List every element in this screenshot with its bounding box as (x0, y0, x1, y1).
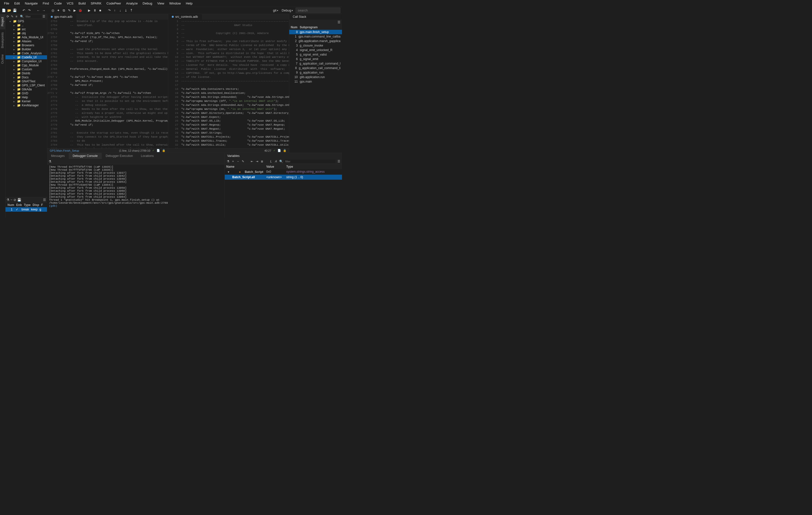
code-text[interactable] (59, 28, 168, 31)
code-line[interactable]: 2771 v "c-kw">if Program_Args /= "c-kw">… (47, 91, 168, 96)
bottom-tab-debugger-console[interactable]: Debugger Console (69, 153, 102, 159)
step-over-icon[interactable]: ↷ (107, 8, 112, 13)
code-line[interactable]: 15-- of the license. (168, 75, 289, 79)
code-text[interactable]: "c-kw">with GNATCOLL.Traces; "c-kw">use … (180, 139, 289, 143)
code-line[interactable]: 2784 -- This has to be launched after th… (47, 143, 168, 147)
code-text[interactable]: -- to do (59, 139, 168, 143)
code-editor[interactable]: 2753 -- Disable tip of the day pop up wi… (47, 20, 168, 148)
code-text[interactable]: -- TABILITY or FITNESS FOR A PARTICULAR … (180, 59, 289, 63)
code-text[interactable]: -- specified. (59, 24, 168, 28)
gutter[interactable]: 22 (168, 103, 180, 107)
gutter[interactable]: 2755 (47, 28, 59, 31)
flask-icon[interactable]: ⚗ (6, 198, 9, 202)
code-text[interactable]: ----------------------------------------… (180, 20, 289, 24)
new-file-icon[interactable]: 📄 (1, 8, 6, 13)
code-text[interactable]: -- so that it is possible to set up the … (59, 99, 168, 103)
code-text[interactable]: -- GNAT Studio (180, 24, 289, 28)
code-text[interactable]: "c-kw">with GNAT.Strings; (180, 131, 289, 135)
code-line[interactable]: 7-- terms of the GNU General Public Lice… (168, 44, 289, 48)
gutter[interactable]: 5 (168, 35, 180, 39)
code-line[interactable]: 13-- General Public License distributed … (168, 67, 289, 71)
tree-item[interactable]: ▸📁GPS_LSP_Client (5, 83, 47, 87)
gutter[interactable]: 2766 (47, 71, 59, 75)
code-line[interactable]: 28"c-kw">with GNAT.Regpat; "c-kw">use GN… (168, 127, 289, 131)
tree-item[interactable]: ▸📁Cpp_Module (5, 63, 47, 67)
gutter[interactable]: 3 (168, 28, 180, 31)
step-up-icon[interactable]: ↑ (113, 8, 117, 13)
callstack-row[interactable]: 6g_signal_emit (289, 57, 342, 61)
code-line[interactable]: 2777 -- with height=0 or width=0 (47, 115, 168, 119)
code-line[interactable]: 10-- but WITHOUT ANY WARRANTY; without e… (168, 55, 289, 59)
gutter[interactable]: 21 (168, 99, 180, 103)
code-line[interactable]: 2755 (47, 28, 168, 31)
gutter[interactable]: 2772 (47, 96, 59, 99)
tree-icon[interactable]: ≡ (16, 15, 19, 18)
var-remove-icon[interactable]: − (236, 160, 240, 163)
bookmark-icon[interactable]: ✎ (11, 15, 14, 18)
global-search-input[interactable] (295, 7, 341, 13)
code-line[interactable]: 2754 -- specified. (47, 24, 168, 28)
gutter[interactable]: 2781 (47, 131, 59, 135)
gutter[interactable]: 2780 (47, 127, 59, 131)
gdb-prompt[interactable]: (gdb) (49, 205, 223, 208)
flask-icon[interactable]: ⚗ (226, 160, 230, 163)
gutter[interactable]: 13 (168, 67, 180, 71)
code-line[interactable]: 2780 (47, 127, 168, 131)
bottom-tab-messages[interactable]: Messages (47, 153, 69, 159)
menu-file[interactable]: File (1, 0, 12, 6)
menu-view[interactable]: View (155, 0, 167, 6)
gutter[interactable]: 24 (168, 111, 180, 115)
code-text[interactable]: "c-kw">with GNAT.Regexp; "c-kw">use GNAT… (180, 123, 289, 127)
bp-clear-icon[interactable]: ⊘ (13, 198, 16, 202)
code-text[interactable] (180, 83, 289, 87)
code-line[interactable]: 6-- This is free software; you can redis… (168, 39, 289, 44)
gutter[interactable]: 2758 (47, 39, 59, 44)
code-text[interactable]: "c-kw">end if; (59, 123, 168, 127)
code-line[interactable]: 2782 -- they connect to the GPS_Started … (47, 135, 168, 139)
code-line[interactable]: 2765 Preferences_Changed_Hook.Run (GPS_M… (47, 67, 168, 71)
code-line[interactable]: 2778 GVD_Module.Initialize_Debugger (GPS… (47, 119, 168, 123)
gutter[interactable]: 11 (168, 59, 180, 63)
open-folder-icon[interactable]: 📂 (7, 8, 11, 13)
gutter[interactable]: 8 (168, 48, 180, 52)
callstack-row[interactable]: 2glib.application.marsh_gapplica (289, 39, 342, 43)
callstack-row[interactable]: 7g_application_call_command_l (289, 61, 342, 66)
code-line[interactable]: 30"c-kw">with GNATCOLL.Projects; "c-kw">… (168, 135, 289, 139)
code-line[interactable]: 2776 -- already has a proper size, other… (47, 111, 168, 115)
code-line[interactable]: 2762 -- created, to be sure they are rea… (47, 55, 168, 59)
code-text[interactable]: "c-kw">with Ada.Unchecked_Deallocation; (180, 91, 289, 96)
menu-codepeer[interactable]: CodePeer (104, 0, 124, 6)
gutter[interactable]: 29 (168, 131, 180, 135)
code-text[interactable]: -- sion. This software is distributed in… (180, 52, 289, 56)
gutter[interactable]: 2763 (47, 59, 59, 63)
menu-edit[interactable]: Edit (12, 0, 22, 6)
gutter[interactable]: 2782 (47, 135, 59, 139)
tree-item[interactable]: ▸📁Code_Analysis (5, 51, 47, 55)
gutter[interactable]: 26 (168, 119, 180, 123)
code-line[interactable]: 2763 -- into account. (47, 59, 168, 63)
gutter[interactable]: 17 (168, 83, 180, 87)
callstack-row[interactable]: 9g_application_run (289, 70, 342, 75)
build-icon[interactable]: ▶ (72, 8, 77, 13)
gutter[interactable]: 30 (168, 135, 180, 139)
target-icon[interactable]: ◎ (51, 8, 55, 13)
tree-item[interactable]: ▸📁Completion_UI (5, 59, 47, 63)
code-text[interactable]: -- ware Foundation; either version 3, or… (180, 48, 289, 52)
code-text[interactable] (59, 87, 168, 91)
code-text[interactable]: -- with height=0 or width=0 (59, 115, 168, 119)
callstack-row[interactable]: 8g_application_call_command_li (289, 66, 342, 70)
redo-icon[interactable]: ↷ (27, 8, 31, 13)
code-line[interactable]: 1---------------------------------------… (168, 20, 289, 24)
gutter[interactable]: 14 (168, 71, 180, 75)
code-text[interactable]: GVD_Module.Initialize_Debugger (GPS_Main… (59, 119, 168, 123)
menu-build[interactable]: Build (76, 0, 88, 6)
code-text[interactable]: -- General Public License distributed wi… (180, 67, 289, 71)
hamburger-icon[interactable]: ☰ (42, 15, 46, 18)
code-text[interactable]: "c-kw">with Ada.Strings.Unbounded; "c-kw… (180, 96, 289, 99)
italic-icon[interactable]: L (269, 160, 273, 163)
code-text[interactable]: -- Copyright (C) 2001-2019, AdaCore (180, 31, 289, 35)
code-line[interactable]: 2761 -- This needs to be done after all … (47, 52, 168, 56)
code-text[interactable]: "c-kw">with GNAT.Regpat; "c-kw">use GNAT… (180, 127, 289, 131)
code-text[interactable]: -- they connect to the GPS_Started hook … (59, 135, 168, 139)
gutter[interactable]: 2761 (47, 52, 59, 56)
